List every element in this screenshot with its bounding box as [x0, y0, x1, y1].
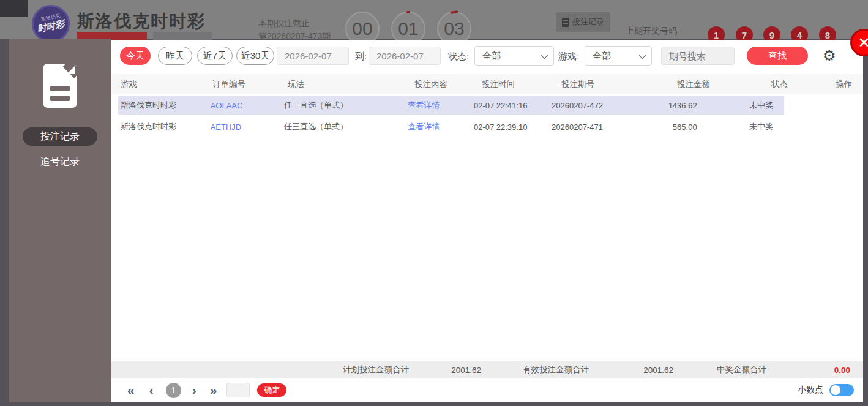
- game-label: 游戏:: [558, 51, 579, 62]
- bet-record-button[interactable]: 投注记录: [556, 12, 610, 32]
- cell-period: 20260207-471: [552, 122, 637, 132]
- status-select[interactable]: 全部: [474, 46, 554, 66]
- col-order: 订单编号: [212, 79, 288, 90]
- cell-status: 未中奖: [703, 121, 773, 132]
- planned-total-value: 2001.62: [447, 366, 481, 375]
- view-details-link[interactable]: 查看详情: [408, 121, 474, 132]
- table-header: 游戏 订单编号 玩法 投注内容 投注时间 投注期号 投注金额 状态 操作: [111, 74, 863, 94]
- document-icon: [562, 18, 569, 27]
- modal-sidebar: 投注记录 追号记录: [9, 39, 111, 402]
- cell-time: 02-07 22:39:10: [474, 122, 552, 132]
- cell-status: 未中奖: [703, 100, 773, 111]
- summary-bar: 计划投注金额合计 2001.62 有效投注金额合计 2001.62 中奖金额合计…: [111, 361, 863, 378]
- page-title: 斯洛伐克时时彩: [77, 10, 206, 33]
- col-content: 投注内容: [414, 79, 482, 90]
- cell-game: 斯洛伐克时时彩: [121, 121, 211, 132]
- topbar-fragment: [0, 0, 28, 17]
- quick-filter-today[interactable]: 今天: [120, 47, 151, 65]
- quick-filter-30days[interactable]: 近30天: [236, 47, 274, 65]
- bet-records-modal: 今天 昨天 近7天 近30天 2026-02-07 到: 2026-02-07 …: [111, 40, 863, 402]
- to-label: 到:: [355, 51, 367, 62]
- search-button[interactable]: 查找: [747, 47, 808, 65]
- decimal-toggle[interactable]: [829, 384, 854, 396]
- cell-amount: 565.00: [637, 122, 703, 132]
- game-select[interactable]: 全部: [585, 46, 652, 66]
- valid-total-label: 有效投注金额合计: [523, 364, 589, 375]
- cell-period: 20260207-472: [552, 101, 637, 110]
- col-time: 投注时间: [482, 79, 561, 90]
- col-period: 投注期号: [561, 79, 649, 90]
- col-game: 游戏: [121, 79, 212, 90]
- close-icon: ✕: [858, 36, 868, 50]
- table-row: 斯洛伐克时时彩AETHJD任三直选（单式）查看详情02-07 22:39:102…: [118, 118, 784, 136]
- chevron-down-icon: [541, 52, 548, 59]
- order-link[interactable]: AOLAAC: [211, 101, 284, 110]
- next-page-icon[interactable]: ›: [192, 384, 196, 396]
- table-row: 斯洛伐克时时彩AOLAAC任三直选（单式）查看详情02-07 22:41:162…: [118, 96, 784, 115]
- cell-game: 斯洛伐克时时彩: [121, 100, 211, 111]
- cell-play: 任三直选（单式）: [284, 121, 408, 132]
- countdown-progress-tick: [450, 10, 458, 14]
- deadline-block: 本期投注截止 第20260207-473期: [258, 17, 331, 43]
- view-details-link[interactable]: 查看详情: [408, 100, 474, 111]
- page-header: 斯洛伐克 时时彩 斯洛伐克时时彩 本期投注截止 第20260207-473期 0…: [0, 0, 868, 39]
- last-draw-label: 上期开奖号码: [626, 26, 677, 37]
- page-number[interactable]: 1: [166, 383, 181, 398]
- lottery-logo: 斯洛伐克 时时彩: [32, 5, 70, 43]
- deadline-label: 本期投注截止: [258, 17, 331, 30]
- decimal-toggle-label: 小数点: [798, 385, 823, 396]
- cell-amount: 1436.62: [637, 101, 703, 110]
- first-page-icon[interactable]: «: [127, 384, 135, 396]
- records-icon: [43, 64, 77, 108]
- col-status: 状态: [716, 79, 788, 90]
- chevron-down-icon: [639, 52, 646, 59]
- col-action: 操作: [788, 79, 863, 90]
- table-body: 斯洛伐克时时彩AOLAAC任三直选（单式）查看详情02-07 22:41:162…: [118, 96, 784, 139]
- cell-play: 任三直选（单式）: [284, 100, 408, 111]
- col-play: 玩法: [288, 79, 414, 90]
- prev-page-icon[interactable]: ‹: [149, 384, 154, 396]
- confirm-page-button[interactable]: 确定: [257, 383, 286, 397]
- quick-filter-yesterday[interactable]: 昨天: [158, 47, 192, 65]
- gear-icon[interactable]: ⚙: [823, 47, 836, 64]
- cell-time: 02-07 22:41:16: [474, 101, 552, 110]
- date-from-input[interactable]: 2026-02-07: [277, 47, 349, 65]
- countdown-progress-tick: [406, 11, 410, 13]
- sidebar-item-chase-records[interactable]: 追号记录: [23, 153, 97, 170]
- win-total-label: 中奖金额合计: [717, 364, 766, 375]
- period-search-input[interactable]: [661, 47, 735, 65]
- date-to-input[interactable]: 2026-02-07: [369, 47, 441, 65]
- planned-total-label: 计划投注金额合计: [343, 364, 409, 375]
- last-page-icon[interactable]: »: [210, 384, 217, 396]
- page-jump-input[interactable]: [226, 383, 250, 397]
- win-total-value: 0.00: [826, 366, 850, 375]
- col-amount: 投注金额: [649, 79, 716, 90]
- sidebar-item-bet-records[interactable]: 投注记录: [23, 127, 97, 146]
- order-link[interactable]: AETHJD: [211, 122, 284, 132]
- quick-filter-7days[interactable]: 近7天: [197, 47, 233, 65]
- status-label: 状态:: [448, 51, 469, 62]
- pagination-bar: « ‹ 1 › » 确定 小数点: [111, 378, 863, 402]
- valid-total-value: 2001.62: [639, 366, 673, 375]
